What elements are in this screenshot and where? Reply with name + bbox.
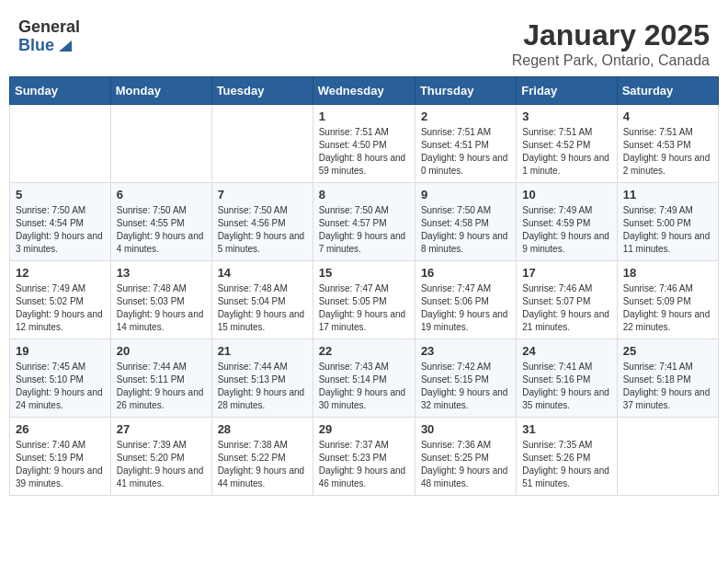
day-number: 3 (522, 109, 610, 123)
day-number: 11 (623, 188, 712, 201)
calendar-cell: 21Sunrise: 7:44 AM Sunset: 5:13 PM Dayli… (211, 339, 313, 418)
day-info: Sunrise: 7:47 AM Sunset: 5:05 PM Dayligh… (319, 282, 409, 334)
day-number: 14 (218, 266, 307, 280)
calendar-cell: 9Sunrise: 7:50 AM Sunset: 4:58 PM Daylig… (415, 183, 516, 261)
day-info: Sunrise: 7:40 AM Sunset: 5:19 PM Dayligh… (16, 439, 105, 490)
day-info: Sunrise: 7:45 AM Sunset: 5:10 PM Dayligh… (16, 361, 105, 412)
logo-blue: Blue (18, 37, 54, 55)
day-info: Sunrise: 7:43 AM Sunset: 5:14 PM Dayligh… (319, 361, 409, 412)
day-info: Sunrise: 7:51 AM Sunset: 4:53 PM Dayligh… (623, 126, 712, 178)
day-info: Sunrise: 7:35 AM Sunset: 5:26 PM Dayligh… (522, 439, 610, 490)
weekday-header-friday: Friday (517, 77, 617, 105)
day-info: Sunrise: 7:50 AM Sunset: 4:57 PM Dayligh… (319, 204, 409, 256)
weekday-header-monday: Monday (110, 77, 211, 105)
day-number: 1 (319, 109, 409, 123)
week-row-4: 19Sunrise: 7:45 AM Sunset: 5:10 PM Dayli… (10, 339, 719, 418)
day-number: 22 (319, 344, 409, 358)
day-number: 18 (623, 266, 712, 280)
day-number: 31 (522, 422, 610, 436)
calendar-cell: 26Sunrise: 7:40 AM Sunset: 5:19 PM Dayli… (10, 418, 111, 496)
logo-general: General (18, 18, 80, 37)
day-number: 7 (218, 188, 307, 201)
calendar-cell: 25Sunrise: 7:41 AM Sunset: 5:18 PM Dayli… (617, 339, 718, 418)
weekday-header-saturday: Saturday (617, 77, 718, 105)
calendar-cell: 7Sunrise: 7:50 AM Sunset: 4:56 PM Daylig… (211, 183, 313, 261)
week-row-5: 26Sunrise: 7:40 AM Sunset: 5:19 PM Dayli… (10, 418, 719, 496)
day-number: 8 (319, 188, 409, 201)
day-number: 10 (522, 188, 610, 201)
day-number: 23 (421, 344, 510, 358)
calendar-cell: 27Sunrise: 7:39 AM Sunset: 5:20 PM Dayli… (110, 418, 211, 496)
calendar-cell: 4Sunrise: 7:51 AM Sunset: 4:53 PM Daylig… (617, 105, 718, 183)
calendar-cell: 28Sunrise: 7:38 AM Sunset: 5:22 PM Dayli… (211, 418, 313, 496)
day-info: Sunrise: 7:49 AM Sunset: 5:02 PM Dayligh… (16, 282, 105, 334)
day-number: 21 (218, 344, 307, 358)
calendar-cell: 30Sunrise: 7:36 AM Sunset: 5:25 PM Dayli… (415, 418, 516, 496)
calendar-cell: 17Sunrise: 7:46 AM Sunset: 5:07 PM Dayli… (517, 261, 617, 339)
day-info: Sunrise: 7:39 AM Sunset: 5:20 PM Dayligh… (117, 439, 206, 490)
calendar-table: SundayMondayTuesdayWednesdayThursdayFrid… (9, 76, 719, 496)
calendar-cell (10, 105, 111, 183)
day-info: Sunrise: 7:49 AM Sunset: 5:00 PM Dayligh… (623, 204, 712, 256)
day-number: 30 (421, 422, 510, 436)
day-info: Sunrise: 7:50 AM Sunset: 4:56 PM Dayligh… (218, 204, 307, 256)
calendar-cell (617, 418, 718, 496)
calendar-cell: 10Sunrise: 7:49 AM Sunset: 4:59 PM Dayli… (517, 183, 617, 261)
day-number: 19 (16, 344, 105, 358)
calendar-cell: 8Sunrise: 7:50 AM Sunset: 4:57 PM Daylig… (313, 183, 415, 261)
weekday-header-sunday: Sunday (10, 77, 111, 105)
day-info: Sunrise: 7:46 AM Sunset: 5:09 PM Dayligh… (623, 282, 712, 334)
day-number: 13 (117, 266, 206, 280)
calendar-cell: 5Sunrise: 7:50 AM Sunset: 4:54 PM Daylig… (10, 183, 111, 261)
weekday-header-tuesday: Tuesday (211, 77, 313, 105)
month-title: January 2025 (512, 18, 710, 52)
day-info: Sunrise: 7:36 AM Sunset: 5:25 PM Dayligh… (421, 439, 510, 490)
day-number: 17 (522, 266, 610, 280)
calendar-cell: 31Sunrise: 7:35 AM Sunset: 5:26 PM Dayli… (517, 418, 617, 496)
day-number: 6 (117, 188, 206, 201)
calendar-cell: 11Sunrise: 7:49 AM Sunset: 5:00 PM Dayli… (617, 183, 718, 261)
calendar-cell (211, 105, 313, 183)
day-info: Sunrise: 7:42 AM Sunset: 5:15 PM Dayligh… (421, 361, 510, 412)
weekday-header-thursday: Thursday (415, 77, 516, 105)
logo-triangle-icon (57, 37, 74, 53)
calendar-cell: 13Sunrise: 7:48 AM Sunset: 5:03 PM Dayli… (110, 261, 211, 339)
day-info: Sunrise: 7:41 AM Sunset: 5:16 PM Dayligh… (522, 361, 610, 412)
day-number: 27 (117, 422, 206, 436)
day-info: Sunrise: 7:44 AM Sunset: 5:13 PM Dayligh… (218, 361, 307, 412)
calendar-cell: 3Sunrise: 7:51 AM Sunset: 4:52 PM Daylig… (517, 105, 617, 183)
weekday-header-wednesday: Wednesday (313, 77, 415, 105)
location-title: Regent Park, Ontario, Canada (512, 52, 710, 69)
day-info: Sunrise: 7:49 AM Sunset: 4:59 PM Dayligh… (522, 204, 610, 256)
calendar-cell: 29Sunrise: 7:37 AM Sunset: 5:23 PM Dayli… (313, 418, 415, 496)
day-info: Sunrise: 7:38 AM Sunset: 5:22 PM Dayligh… (218, 439, 307, 490)
calendar-cell: 16Sunrise: 7:47 AM Sunset: 5:06 PM Dayli… (415, 261, 516, 339)
logo: General Blue (18, 18, 80, 55)
weekday-header-row: SundayMondayTuesdayWednesdayThursdayFrid… (10, 77, 719, 105)
title-block: January 2025 Regent Park, Ontario, Canad… (512, 18, 710, 69)
day-number: 4 (623, 109, 712, 123)
calendar-cell: 19Sunrise: 7:45 AM Sunset: 5:10 PM Dayli… (10, 339, 111, 418)
day-number: 15 (319, 266, 409, 280)
week-row-2: 5Sunrise: 7:50 AM Sunset: 4:54 PM Daylig… (10, 183, 719, 261)
day-number: 5 (16, 188, 105, 201)
day-info: Sunrise: 7:51 AM Sunset: 4:51 PM Dayligh… (421, 126, 510, 178)
calendar-cell: 15Sunrise: 7:47 AM Sunset: 5:05 PM Dayli… (313, 261, 415, 339)
calendar-cell: 23Sunrise: 7:42 AM Sunset: 5:15 PM Dayli… (415, 339, 516, 418)
day-number: 28 (218, 422, 307, 436)
day-info: Sunrise: 7:41 AM Sunset: 5:18 PM Dayligh… (623, 361, 712, 412)
day-number: 9 (421, 188, 510, 201)
day-number: 29 (319, 422, 409, 436)
calendar-cell (110, 105, 211, 183)
day-info: Sunrise: 7:50 AM Sunset: 4:54 PM Dayligh… (16, 204, 105, 256)
calendar-cell: 1Sunrise: 7:51 AM Sunset: 4:50 PM Daylig… (313, 105, 415, 183)
calendar-cell: 24Sunrise: 7:41 AM Sunset: 5:16 PM Dayli… (517, 339, 617, 418)
week-row-3: 12Sunrise: 7:49 AM Sunset: 5:02 PM Dayli… (10, 261, 719, 339)
day-info: Sunrise: 7:51 AM Sunset: 4:52 PM Dayligh… (522, 126, 610, 178)
calendar-cell: 22Sunrise: 7:43 AM Sunset: 5:14 PM Dayli… (313, 339, 415, 418)
day-number: 12 (16, 266, 105, 280)
day-number: 2 (421, 109, 510, 123)
day-info: Sunrise: 7:51 AM Sunset: 4:50 PM Dayligh… (319, 126, 409, 178)
calendar-cell: 2Sunrise: 7:51 AM Sunset: 4:51 PM Daylig… (415, 105, 516, 183)
day-info: Sunrise: 7:37 AM Sunset: 5:23 PM Dayligh… (319, 439, 409, 490)
